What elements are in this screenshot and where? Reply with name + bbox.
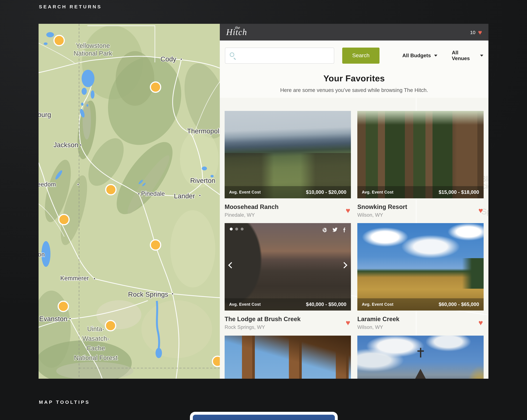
map-place-label: Cache: [87, 345, 105, 352]
chevron-down-icon: [434, 55, 437, 56]
pinterest-icon[interactable]: [322, 227, 328, 233]
venue-name[interactable]: Laramie Creek: [357, 316, 484, 323]
cost-label: Avg. Event Cost: [362, 302, 394, 307]
carousel-dot[interactable]: [241, 228, 243, 231]
map-place-label: eedom: [39, 181, 56, 188]
favorite-heart-button[interactable]: ♥: [346, 207, 351, 214]
facebook-icon[interactable]: [342, 227, 347, 232]
photo-detail: [462, 258, 484, 289]
map-place-label: Kemmerer: [60, 275, 89, 282]
venue-photo-moosehead-ranch[interactable]: Avg. Event Cost $10,000 - $20,000: [225, 111, 351, 198]
carousel-dot[interactable]: [235, 228, 238, 231]
photo-detail: [417, 350, 424, 352]
map-place-label: Yellowstone: [76, 42, 110, 49]
map-place-label: Pinedale: [141, 190, 165, 197]
venues-dropdown[interactable]: All Venues: [452, 52, 483, 59]
town-dot-icon: [172, 293, 173, 295]
carousel-next-arrow[interactable]: [341, 262, 347, 268]
cost-value: $15,000 - $18,000: [439, 189, 479, 195]
venue-photo-chapel[interactable]: [357, 336, 484, 379]
map-venue-marker[interactable]: [106, 185, 116, 195]
search-row: Search All Budgets All Venues: [225, 48, 483, 64]
town-dot-icon: [199, 195, 201, 196]
favorite-heart-button[interactable]: ♥: [478, 319, 483, 327]
venue-photo-lodge-brush-creek[interactable]: Avg. Event Cost $40,000 - $50,000: [225, 223, 351, 310]
map-tooltip-card: [190, 412, 338, 420]
cost-overlay: Avg. Event Cost $15,000 - $18,000: [357, 186, 484, 198]
map-place-label: Thermopoli: [187, 127, 220, 135]
carousel-dot[interactable]: [230, 228, 233, 231]
venues-dropdown-label: All Venues: [452, 50, 477, 61]
cost-label: Avg. Event Cost: [229, 190, 261, 195]
map-place-label: Lander: [174, 192, 195, 200]
carousel-prev-arrow[interactable]: [228, 262, 235, 268]
venue-name[interactable]: Moosehead Ranch: [225, 203, 351, 210]
venue-location: Wilson, WY: [357, 212, 484, 218]
page-title: Your Favorites: [220, 74, 488, 84]
photo-detail: [465, 366, 484, 379]
favorite-heart-button[interactable]: ♥: [346, 319, 351, 327]
twitter-icon[interactable]: [332, 227, 338, 232]
page-subtitle: Here are some venues you’ve saved while …: [220, 87, 488, 93]
venue-location: Rock Springs, WY: [225, 324, 351, 330]
cost-label: Avg. Event Cost: [229, 302, 261, 307]
venue-photo-pavilion[interactable]: [225, 336, 351, 379]
budgets-dropdown-label: All Budgets: [402, 53, 431, 58]
logo-the: the: [235, 25, 240, 30]
town-dot-icon: [69, 318, 71, 319]
map-venue-marker[interactable]: [58, 301, 68, 311]
search-input[interactable]: [225, 48, 334, 64]
town-dot-icon: [180, 58, 182, 60]
cost-overlay: Avg. Event Cost $40,000 - $50,000: [225, 298, 351, 310]
cost-value: $10,000 - $20,000: [306, 189, 346, 195]
favorites-count: 10: [470, 29, 475, 35]
cost-overlay: Avg. Event Cost $60,000 - $65,000: [357, 298, 484, 310]
design-canvas: SEARCH RETURNS MAP TOOLTIPS: [0, 0, 527, 420]
map-place-label: burg: [39, 111, 51, 119]
map-place-label: on: [39, 251, 45, 258]
hitch-app-panel: DouglasLaramieCheyenneBlacioSp the Hitch…: [220, 24, 488, 379]
map-venue-marker[interactable]: [105, 321, 116, 331]
cost-value: $60,000 - $65,000: [439, 301, 479, 307]
venue-name[interactable]: Snowking Resort: [357, 203, 484, 210]
photo-detail: [420, 348, 421, 357]
map-place-label: National Park: [74, 50, 112, 57]
map-svg: YellowstoneNational ParkCodyburgThermopo…: [39, 24, 220, 379]
search-button[interactable]: Search: [342, 48, 380, 64]
section-label-search-returns: SEARCH RETURNS: [39, 4, 102, 9]
map-venue-marker[interactable]: [150, 240, 161, 250]
favorites-heading: Your Favorites Here are some venues you’…: [220, 74, 488, 93]
search-icon: [230, 52, 234, 57]
map-place-label: Rock Springs: [128, 291, 168, 298]
chevron-down-icon: [480, 55, 483, 56]
town-dot-icon: [138, 193, 140, 195]
favorite-heart-button[interactable]: ♥: [478, 207, 483, 214]
map-venue-marker[interactable]: [54, 35, 64, 46]
map-place-label: National Forest: [74, 354, 117, 361]
venue-title-block: Moosehead Ranch Pinedale, WY ♥: [225, 200, 351, 219]
cost-overlay: Avg. Event Cost $10,000 - $20,000: [225, 186, 351, 198]
map-place-label: Jackson: [54, 141, 78, 149]
hitch-logo[interactable]: the Hitch: [226, 27, 247, 37]
map-place-label: Evanston: [39, 315, 67, 323]
app-header: the Hitch 10 ♥: [220, 24, 488, 41]
map-place-label: Uinta-: [87, 325, 104, 332]
venue-name[interactable]: The Lodge at Brush Creek: [225, 316, 351, 323]
carousel-dots: [230, 228, 243, 231]
social-share-icons: [322, 227, 347, 233]
map-venue-marker[interactable]: [59, 214, 69, 225]
venue-photo-laramie-creek[interactable]: Avg. Event Cost $60,000 - $65,000: [357, 223, 484, 310]
cost-value: $40,000 - $50,000: [306, 301, 346, 307]
budgets-dropdown[interactable]: All Budgets: [402, 52, 437, 59]
map-place-label: Riverton: [190, 177, 215, 184]
venue-location: Pinedale, WY: [225, 212, 351, 218]
venue-photo-snowking-resort[interactable]: Avg. Event Cost $15,000 - $18,000: [357, 111, 484, 198]
map-panel[interactable]: YellowstoneNational ParkCodyburgThermopo…: [39, 24, 220, 379]
map-tooltip-body: [193, 415, 335, 420]
map-venue-marker[interactable]: [212, 356, 220, 366]
venue-title-block: The Lodge at Brush Creek Rock Springs, W…: [225, 312, 351, 331]
town-dot-icon: [80, 144, 81, 146]
venue-location: Wilson, WY: [357, 324, 484, 330]
favorites-counter[interactable]: 10 ♥: [470, 29, 482, 35]
map-venue-marker[interactable]: [150, 82, 161, 92]
